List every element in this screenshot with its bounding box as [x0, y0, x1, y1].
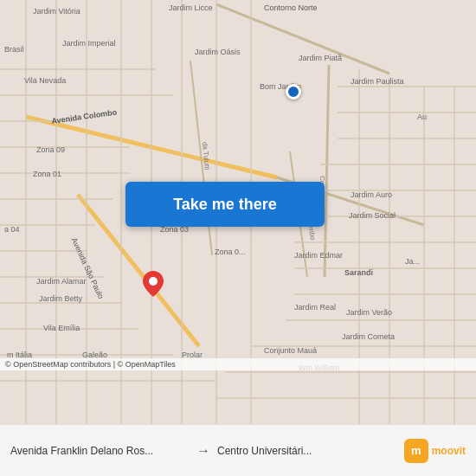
svg-text:Jardim Oásis: Jardim Oásis	[195, 48, 241, 56]
svg-text:Jardim Social: Jardim Social	[349, 211, 396, 220]
footer: Avenida Franklin Delano Ros... → Centro …	[0, 424, 476, 476]
svg-text:Zona 09: Zona 09	[36, 145, 65, 154]
svg-text:Jardim Verão: Jardim Verão	[346, 308, 392, 317]
svg-text:Jardim Alamar: Jardim Alamar	[36, 277, 87, 286]
svg-text:Vila Emília: Vila Emília	[43, 324, 80, 332]
svg-text:Jardim Licce: Jardim Licce	[169, 3, 213, 12]
footer-arrow-icon: →	[196, 443, 210, 459]
svg-text:Brasil: Brasil	[4, 45, 24, 54]
svg-text:Ja...: Ja...	[405, 257, 420, 266]
footer-to-label: Centro Universitári...	[217, 445, 396, 457]
svg-point-83	[149, 277, 158, 286]
moovit-text: moovit	[432, 445, 466, 457]
moovit-logo: m moovit	[404, 439, 466, 463]
start-marker	[286, 84, 301, 100]
svg-text:Zona 0...: Zona 0...	[215, 248, 246, 256]
svg-text:Sarandi: Sarandi	[344, 268, 373, 277]
svg-text:Au: Au	[417, 113, 427, 121]
svg-text:Jardim Cometa: Jardim Cometa	[342, 332, 395, 341]
footer-from-label: Avenida Franklin Delano Ros...	[10, 445, 190, 457]
map-container: Jardim Vitória Jardim Licce Contorno Nor…	[0, 0, 476, 424]
svg-text:Zona 01: Zona 01	[33, 170, 61, 178]
svg-text:Contorno Norte: Contorno Norte	[264, 3, 318, 12]
footer-route: Avenida Franklin Delano Ros... → Centro …	[10, 443, 466, 459]
end-marker	[143, 271, 164, 297]
svg-text:Jardim Auro: Jardim Auro	[351, 190, 392, 199]
svg-text:Jardim Imperial: Jardim Imperial	[62, 39, 116, 48]
svg-text:a 04: a 04	[4, 225, 20, 234]
svg-text:Jardim Paulista: Jardim Paulista	[351, 77, 404, 86]
svg-text:Jardim Piatã: Jardim Piatã	[299, 54, 342, 62]
take-me-there-button[interactable]: Take me there	[125, 182, 325, 227]
svg-text:Jardim Real: Jardim Real	[294, 303, 336, 312]
map-attribution: © OpenStreetMap contributors | © OpenMap…	[0, 358, 476, 370]
svg-text:Jardim Vitória: Jardim Vitória	[33, 7, 80, 16]
svg-text:Conjunto Mauá: Conjunto Mauá	[264, 346, 317, 355]
moovit-icon: m	[404, 439, 428, 463]
svg-text:Vila Nevada: Vila Nevada	[24, 76, 66, 85]
svg-text:Jardim Betty: Jardim Betty	[39, 294, 83, 303]
svg-text:Jardim Edmar: Jardim Edmar	[294, 251, 343, 260]
